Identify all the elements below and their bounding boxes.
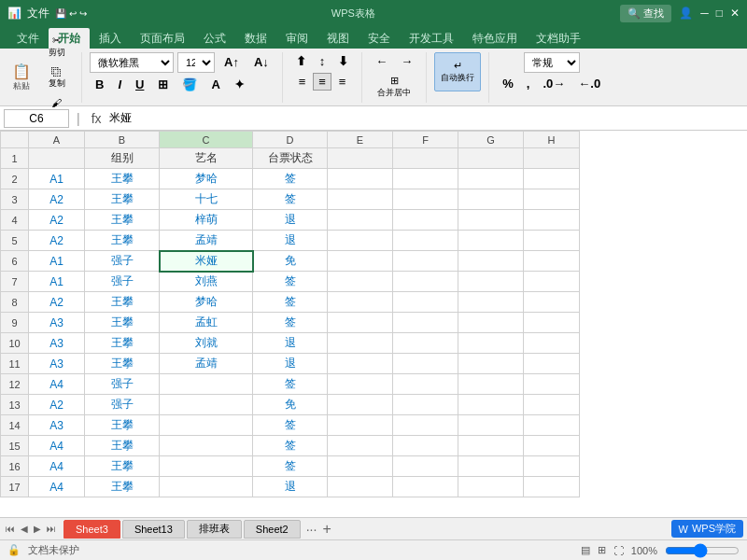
cell-D15[interactable]: 签 bbox=[253, 436, 328, 456]
sheet-tab-paibanbian[interactable]: 排班表 bbox=[187, 520, 242, 539]
cell-F13[interactable] bbox=[393, 395, 458, 415]
tab-dev[interactable]: 开发工具 bbox=[400, 28, 463, 49]
sheet-tab-sheet13[interactable]: Sheet13 bbox=[122, 520, 185, 539]
cell-G14[interactable] bbox=[458, 415, 524, 436]
clear-format-button[interactable]: ✦ bbox=[229, 76, 250, 93]
number-format-selector[interactable]: 常规 bbox=[524, 52, 580, 73]
cell-E8[interactable] bbox=[328, 292, 393, 313]
cell-ref-input[interactable] bbox=[4, 109, 69, 128]
cell-H12[interactable] bbox=[524, 374, 580, 395]
cut-button[interactable]: ✂ 剪切 bbox=[39, 32, 74, 62]
cell-H1[interactable] bbox=[524, 148, 580, 169]
cell-D8[interactable]: 签 bbox=[253, 292, 328, 313]
file-menu[interactable]: 文件 bbox=[27, 6, 49, 21]
cell-A10[interactable]: A3 bbox=[29, 333, 85, 354]
cell-E4[interactable] bbox=[328, 210, 393, 231]
col-header-e[interactable]: E bbox=[328, 132, 393, 148]
decrease-size-button[interactable]: A↓ bbox=[248, 53, 275, 71]
cell-A17[interactable]: A4 bbox=[29, 477, 85, 497]
align-right-button[interactable]: ≡ bbox=[333, 73, 352, 91]
window-min[interactable]: ─ bbox=[700, 7, 709, 20]
cell-C12[interactable] bbox=[160, 374, 253, 395]
cell-E3[interactable] bbox=[328, 189, 393, 210]
cell-E9[interactable] bbox=[328, 313, 393, 333]
cell-E12[interactable] bbox=[328, 374, 393, 395]
row-header-4[interactable]: 4 bbox=[1, 210, 29, 231]
col-header-h[interactable]: H bbox=[524, 132, 580, 148]
cell-F8[interactable] bbox=[393, 292, 458, 313]
cell-A5[interactable]: A2 bbox=[29, 231, 85, 251]
cell-B2[interactable]: 王攀 bbox=[85, 169, 160, 189]
window-close[interactable]: ✕ bbox=[730, 7, 740, 20]
autowrap-button[interactable]: ↵ 自动换行 bbox=[434, 52, 481, 91]
cell-H15[interactable] bbox=[524, 436, 580, 456]
row-header-13[interactable]: 13 bbox=[1, 395, 29, 415]
comma-button[interactable]: , bbox=[521, 75, 536, 92]
cell-D1[interactable]: 台票状态 bbox=[253, 148, 328, 169]
cell-B8[interactable]: 王攀 bbox=[85, 292, 160, 313]
cell-H17[interactable] bbox=[524, 477, 580, 497]
col-header-b[interactable]: B bbox=[85, 132, 160, 148]
cell-G8[interactable] bbox=[458, 292, 524, 313]
cell-G10[interactable] bbox=[458, 333, 524, 354]
cell-H11[interactable] bbox=[524, 354, 580, 374]
row-header-11[interactable]: 11 bbox=[1, 354, 29, 374]
cell-H2[interactable] bbox=[524, 169, 580, 189]
cell-D13[interactable]: 免 bbox=[253, 395, 328, 415]
cell-D3[interactable]: 签 bbox=[253, 189, 328, 210]
tab-insert[interactable]: 插入 bbox=[90, 28, 131, 49]
cell-G6[interactable] bbox=[458, 251, 524, 272]
cell-G9[interactable] bbox=[458, 313, 524, 333]
formula-input[interactable] bbox=[109, 112, 743, 125]
tab-data[interactable]: 数据 bbox=[235, 28, 276, 49]
window-max[interactable]: □ bbox=[716, 7, 723, 20]
view-full-icon[interactable]: ⛶ bbox=[613, 545, 624, 556]
cell-G12[interactable] bbox=[458, 374, 524, 395]
cell-C17[interactable] bbox=[160, 477, 253, 497]
cell-A12[interactable]: A4 bbox=[29, 374, 85, 395]
cell-B9[interactable]: 王攀 bbox=[85, 313, 160, 333]
align-center-button[interactable]: ≡ bbox=[313, 73, 331, 91]
cell-H5[interactable] bbox=[524, 231, 580, 251]
percent-button[interactable]: % bbox=[497, 75, 519, 92]
tab-review[interactable]: 审阅 bbox=[276, 28, 317, 49]
sheet-nav-prev[interactable]: ◀ bbox=[19, 524, 30, 534]
cell-F9[interactable] bbox=[393, 313, 458, 333]
col-header-c[interactable]: C bbox=[160, 132, 253, 148]
cell-B11[interactable]: 王攀 bbox=[85, 354, 160, 374]
cell-B1[interactable]: 组别 bbox=[85, 148, 160, 169]
cell-A3[interactable]: A2 bbox=[29, 189, 85, 210]
font-color-button[interactable]: A bbox=[205, 76, 225, 93]
cell-A6[interactable]: A1 bbox=[29, 251, 85, 272]
row-header-2[interactable]: 2 bbox=[1, 169, 29, 189]
cell-D10[interactable]: 退 bbox=[253, 333, 328, 354]
cell-B16[interactable]: 王攀 bbox=[85, 456, 160, 477]
cell-E5[interactable] bbox=[328, 231, 393, 251]
cell-F2[interactable] bbox=[393, 169, 458, 189]
tab-formula[interactable]: 公式 bbox=[194, 28, 235, 49]
cell-A1[interactable] bbox=[29, 148, 85, 169]
cell-D2[interactable]: 签 bbox=[253, 169, 328, 189]
sheet-nav-next[interactable]: ▶ bbox=[32, 524, 43, 534]
cell-G4[interactable] bbox=[458, 210, 524, 231]
add-sheet-button[interactable]: + bbox=[318, 521, 334, 538]
sheet-nav-first[interactable]: ⏮ bbox=[4, 524, 17, 534]
row-header-7[interactable]: 7 bbox=[1, 272, 29, 292]
row-header-10[interactable]: 10 bbox=[1, 333, 29, 354]
cell-D11[interactable]: 退 bbox=[253, 354, 328, 374]
row-header-6[interactable]: 6 bbox=[1, 251, 29, 272]
italic-button[interactable]: I bbox=[112, 76, 127, 93]
cell-F5[interactable] bbox=[393, 231, 458, 251]
increase-size-button[interactable]: A↑ bbox=[218, 53, 245, 71]
cell-F15[interactable] bbox=[393, 436, 458, 456]
cell-C11[interactable]: 孟靖 bbox=[160, 354, 253, 374]
cell-F3[interactable] bbox=[393, 189, 458, 210]
cell-A7[interactable]: A1 bbox=[29, 272, 85, 292]
indent-increase-button[interactable]: → bbox=[395, 52, 418, 70]
align-bottom-button[interactable]: ⬇ bbox=[332, 52, 354, 70]
cell-A15[interactable]: A4 bbox=[29, 436, 85, 456]
cell-G7[interactable] bbox=[458, 272, 524, 292]
font-size-selector[interactable]: 12 bbox=[177, 52, 215, 73]
cell-E6[interactable] bbox=[328, 251, 393, 272]
cell-E1[interactable] bbox=[328, 148, 393, 169]
